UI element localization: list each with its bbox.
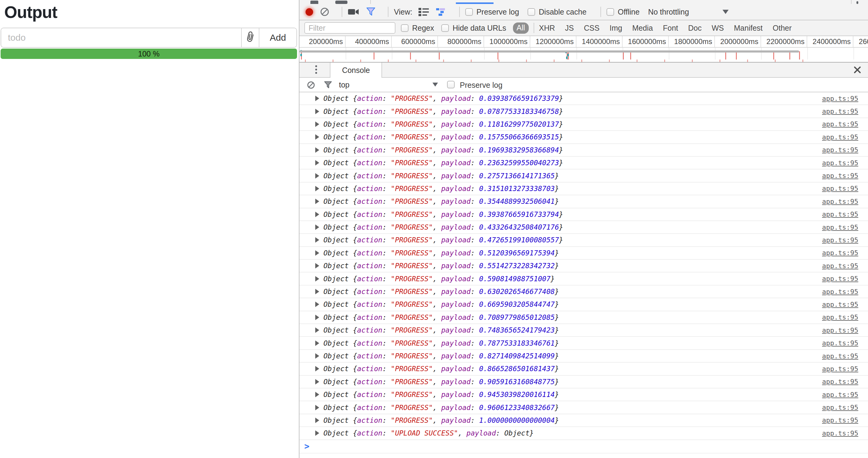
attach-button[interactable]	[241, 28, 259, 47]
type-filter-font[interactable]: Font	[663, 24, 678, 32]
view-list-button[interactable]	[418, 8, 429, 16]
chevron-down-icon[interactable]	[432, 83, 438, 87]
source-link[interactable]: app.ts:95	[822, 262, 858, 270]
clear-button[interactable]	[320, 7, 330, 17]
console-log-row[interactable]: Object {action: "PROGRESS", payload: 0.4…	[300, 234, 868, 247]
type-filter-all[interactable]: All	[513, 23, 529, 34]
record-button[interactable]	[306, 8, 313, 16]
console-log-row[interactable]: Object {action: "PROGRESS", payload: 0.7…	[300, 337, 868, 349]
type-filter-ws[interactable]: WS	[712, 24, 724, 32]
disclosure-triangle-icon[interactable]	[315, 353, 319, 359]
console-log-row[interactable]: Object {action: "PROGRESS", payload: 0.7…	[300, 311, 868, 324]
tab-console[interactable]: Console	[330, 63, 382, 78]
disclosure-triangle-icon[interactable]	[315, 147, 319, 153]
source-link[interactable]: app.ts:95	[822, 120, 858, 128]
disclosure-triangle-icon[interactable]	[315, 160, 319, 165]
console-preserve-log-checkbox[interactable]	[447, 81, 455, 88]
type-filter-other[interactable]: Other	[773, 24, 792, 32]
type-filter-doc[interactable]: Doc	[688, 24, 702, 32]
disclosure-triangle-icon[interactable]	[315, 237, 319, 243]
source-link[interactable]: app.ts:95	[822, 417, 858, 424]
disclosure-triangle-icon[interactable]	[315, 96, 319, 101]
console-log-row[interactable]: Object {action: "PROGRESS", payload: 0.9…	[300, 389, 868, 401]
overview-scrollbar[interactable]	[300, 51, 799, 53]
console-log-row[interactable]: Object {action: "PROGRESS", payload: 0.3…	[300, 195, 868, 208]
console-prompt[interactable]: >	[300, 440, 868, 453]
disclosure-triangle-icon[interactable]	[315, 212, 319, 217]
capture-screenshots-button[interactable]	[348, 8, 359, 16]
source-link[interactable]: app.ts:95	[822, 275, 858, 282]
source-link[interactable]: app.ts:95	[822, 198, 858, 205]
disclosure-triangle-icon[interactable]	[315, 263, 319, 269]
console-log-row[interactable]: Object {action: "PROGRESS", payload: 0.9…	[300, 401, 868, 414]
source-link[interactable]: app.ts:95	[822, 429, 858, 437]
console-log-row[interactable]: Object {action: "PROGRESS", payload: 0.5…	[300, 260, 868, 272]
clear-console-button[interactable]	[307, 81, 315, 91]
disclosure-triangle-icon[interactable]	[315, 418, 319, 423]
source-link[interactable]: app.ts:95	[822, 339, 858, 347]
hide-data-urls-toggle[interactable]: Hide data URLs	[441, 24, 506, 32]
source-link[interactable]: app.ts:95	[822, 288, 858, 296]
source-link[interactable]: app.ts:95	[822, 313, 858, 321]
disclosure-triangle-icon[interactable]	[315, 289, 319, 294]
console-log-row[interactable]: Object {action: "PROGRESS", payload: 0.1…	[300, 118, 868, 131]
console-log-row[interactable]: Object {action: "PROGRESS", payload: 0.0…	[300, 92, 868, 105]
console-filter-button[interactable]	[324, 81, 332, 90]
console-log-row[interactable]: Object {action: "PROGRESS", payload: 0.3…	[300, 208, 868, 221]
disclosure-triangle-icon[interactable]	[315, 315, 319, 320]
source-link[interactable]: app.ts:95	[822, 391, 858, 398]
source-link[interactable]: app.ts:95	[822, 146, 858, 154]
source-link[interactable]: app.ts:95	[822, 133, 858, 141]
view-waterfall-button[interactable]	[436, 8, 447, 16]
throttling-select[interactable]: No throttling	[648, 8, 728, 17]
hide-data-urls-checkbox[interactable]	[441, 24, 449, 32]
inspect-icon[interactable]	[310, 1, 318, 4]
add-button[interactable]: Add	[259, 28, 297, 47]
preserve-log-checkbox[interactable]	[465, 8, 473, 16]
source-link[interactable]: app.ts:95	[822, 378, 858, 386]
type-filter-manifest[interactable]: Manifest	[734, 24, 763, 32]
offline-toggle[interactable]: Offline	[607, 8, 640, 17]
disclosure-triangle-icon[interactable]	[315, 379, 319, 385]
console-log-row[interactable]: Object {action: "PROGRESS", payload: 0.2…	[300, 157, 868, 170]
console-log-row[interactable]: Object {action: "PROGRESS", payload: 0.7…	[300, 324, 868, 337]
console-log-row[interactable]: Object {action: "PROGRESS", payload: 0.2…	[300, 170, 868, 182]
disclosure-triangle-icon[interactable]	[315, 366, 319, 371]
drawer-menu-button[interactable]	[315, 65, 317, 74]
source-link[interactable]: app.ts:95	[822, 365, 858, 373]
network-filter-toggle[interactable]	[366, 7, 376, 17]
regex-checkbox[interactable]	[401, 24, 408, 32]
preserve-log-toggle[interactable]: Preserve log	[465, 8, 519, 17]
console-log-row[interactable]: Object {action: "PROGRESS", payload: 0.9…	[300, 376, 868, 389]
device-toolbar-icon[interactable]	[335, 1, 347, 4]
source-link[interactable]: app.ts:95	[822, 301, 858, 308]
disclosure-triangle-icon[interactable]	[315, 199, 319, 204]
disclosure-triangle-icon[interactable]	[315, 134, 319, 140]
console-log-row[interactable]: Object {action: "PROGRESS", payload: 0.1…	[300, 144, 868, 157]
source-link[interactable]: app.ts:95	[822, 172, 858, 180]
disclosure-triangle-icon[interactable]	[315, 276, 319, 281]
disclosure-triangle-icon[interactable]	[315, 392, 319, 397]
source-link[interactable]: app.ts:95	[822, 223, 858, 231]
console-log-row[interactable]: Object {action: "PROGRESS", payload: 0.8…	[300, 363, 868, 375]
console-log-row[interactable]: Object {action: "PROGRESS", payload: 0.6…	[300, 285, 868, 298]
console-log-row[interactable]: Object {action: "PROGRESS", payload: 0.5…	[300, 272, 868, 285]
console-log-row[interactable]: Object {action: "PROGRESS", payload: 0.6…	[300, 298, 868, 311]
disclosure-triangle-icon[interactable]	[315, 430, 319, 436]
disclosure-triangle-icon[interactable]	[315, 186, 319, 191]
overview-strip[interactable]	[300, 48, 868, 60]
network-filter-input[interactable]	[304, 22, 396, 34]
source-link[interactable]: app.ts:95	[822, 108, 858, 115]
todo-input[interactable]	[1, 28, 241, 47]
console-log-row[interactable]: Object {action: "PROGRESS", payload: 0.3…	[300, 183, 868, 195]
disable-cache-checkbox[interactable]	[528, 8, 535, 16]
console-log-row[interactable]: Object {action: "PROGRESS", payload: 0.8…	[300, 350, 868, 363]
source-link[interactable]: app.ts:95	[822, 249, 858, 257]
type-filter-xhr[interactable]: XHR	[539, 24, 555, 32]
console-log-row[interactable]: Object {action: "PROGRESS", payload: 0.1…	[300, 131, 868, 144]
source-link[interactable]: app.ts:95	[822, 185, 858, 192]
disable-cache-toggle[interactable]: Disable cache	[528, 8, 586, 17]
close-drawer-button[interactable]	[853, 65, 862, 75]
console-log-row[interactable]: Object {action: "PROGRESS", payload: 0.5…	[300, 247, 868, 260]
disclosure-triangle-icon[interactable]	[315, 109, 319, 114]
